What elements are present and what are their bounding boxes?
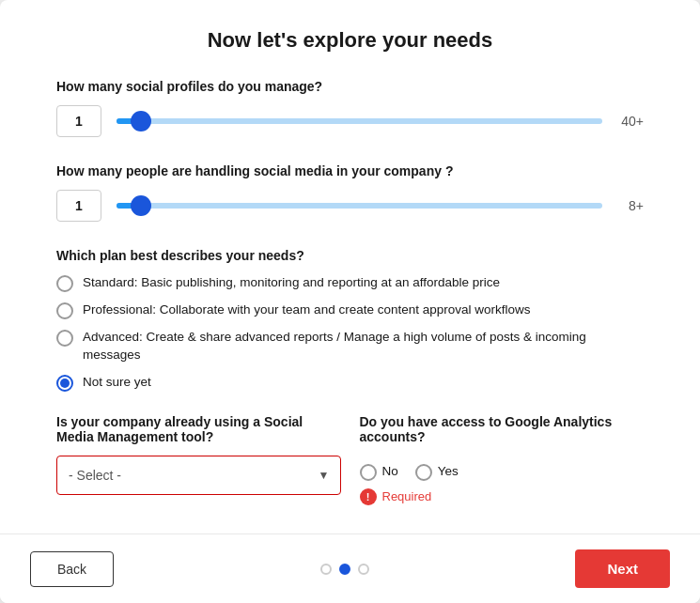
question2-max: 8+ [617,198,644,213]
radio-advanced [56,330,73,347]
analytics-label-yes: Yes [438,463,459,481]
question5-col: Do you have access to Google Analytics a… [360,414,645,505]
social-tool-select[interactable]: - Select - Yes No Not sure [56,456,341,495]
radio-professional [56,302,73,319]
radio-no [360,464,377,481]
question1-slider-row: 1 40+ [56,105,644,137]
plan-option-standard[interactable]: Standard: Basic publishing, monitoring a… [56,274,644,292]
plan-label-standard: Standard: Basic publishing, monitoring a… [83,274,500,292]
plan-label-not-sure: Not sure yet [83,374,151,392]
required-icon: ! [360,488,377,505]
plan-option-advanced[interactable]: Advanced: Create & share advanced report… [56,329,644,364]
question2-section: How many people are handling social medi… [56,163,644,222]
back-button[interactable]: Back [30,551,114,587]
question1-label: How many social profiles do you manage? [56,79,644,94]
required-text: Required [382,489,432,503]
pagination-dots [320,564,369,575]
analytics-option-no[interactable]: No [360,463,398,481]
required-row: ! Required [360,488,645,505]
select-wrapper: - Select - Yes No Not sure ▼ [56,456,341,495]
question2-label: How many people are handling social medi… [56,163,644,178]
question1-section: How many social profiles do you manage? … [56,79,644,137]
plan-option-professional[interactable]: Professional: Collaborate with your team… [56,302,644,319]
page-title: Now let's explore your needs [56,28,644,53]
dot-2 [339,564,350,575]
question4-label: Is your company already using a Social M… [56,414,341,444]
question1-value: 1 [56,105,101,137]
question2-slider-container [117,196,602,215]
plan-radio-group: Standard: Basic publishing, monitoring a… [56,274,644,392]
dot-3 [358,564,369,575]
analytics-radio-group: No Yes [360,463,645,481]
question3-label: Which plan best describes your needs? [56,248,644,263]
question1-slider-container [117,112,602,131]
analytics-option-yes[interactable]: Yes [415,463,459,481]
radio-standard [56,275,73,292]
question5-label: Do you have access to Google Analytics a… [360,414,645,444]
radio-yes [415,464,432,481]
question4-col: Is your company already using a Social M… [56,414,341,505]
question2-value: 1 [56,190,101,222]
question2-slider-row: 1 8+ [56,190,644,222]
plan-option-not-sure[interactable]: Not sure yet [56,374,644,392]
analytics-label-no: No [382,463,398,481]
main-card: Now let's explore your needs How many so… [0,0,700,603]
next-button[interactable]: Next [575,549,670,588]
card-body: Now let's explore your needs How many so… [0,0,700,533]
radio-not-sure [56,375,73,392]
question3-section: Which plan best describes your needs? St… [56,248,644,392]
plan-label-professional: Professional: Collaborate with your team… [83,302,531,319]
question1-max: 40+ [617,114,644,129]
plan-label-advanced: Advanced: Create & share advanced report… [83,329,644,364]
two-col-section: Is your company already using a Social M… [56,414,644,505]
dot-1 [320,564,332,575]
card-footer: Back Next [0,533,700,603]
